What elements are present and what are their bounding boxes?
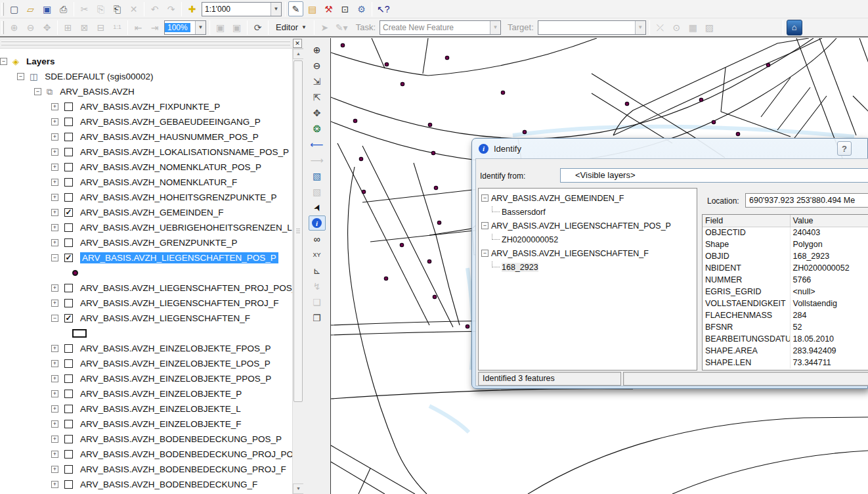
delete-button[interactable]: ✕ bbox=[126, 1, 141, 16]
layer-visibility-checkbox[interactable]: ✓ bbox=[64, 208, 73, 217]
layer-name-label[interactable]: ARV_BASIS.AVZH_GEBAEUDEEINGANG_P bbox=[80, 117, 261, 127]
measure-tool[interactable]: ⊾ bbox=[309, 263, 326, 278]
table-row[interactable]: OBJECTID240403 bbox=[703, 227, 868, 238]
identify-tree-layer[interactable]: −ARV_BASIS.AVZH_LIEGENSCHAFTEN_POS_P bbox=[481, 219, 697, 233]
layer-visibility-checkbox[interactable] bbox=[64, 238, 73, 247]
table-row[interactable]: OBJID168_2923 bbox=[703, 250, 868, 262]
expand-icon[interactable]: + bbox=[51, 420, 58, 428]
expand-icon[interactable]: + bbox=[51, 118, 58, 125]
whats-this-button[interactable]: ↖? bbox=[375, 1, 392, 16]
expand-icon[interactable]: + bbox=[51, 133, 58, 141]
attributes-button[interactable]: ▦ bbox=[685, 20, 701, 35]
collapse-icon[interactable]: − bbox=[51, 315, 58, 322]
expand-icon[interactable]: + bbox=[51, 466, 58, 473]
layer-visibility-checkbox[interactable] bbox=[64, 148, 73, 156]
location-value[interactable]: 690'937.923 253'880.494 Me bbox=[745, 193, 868, 208]
layer-name-label[interactable]: ARV_BASIS.AVZH_NOMENKLATUR_F bbox=[80, 177, 237, 187]
layer-visibility-checkbox[interactable] bbox=[64, 223, 73, 232]
table-row[interactable]: NUMMER5766 bbox=[703, 274, 868, 286]
layer-name-label[interactable]: ARV_BASIS.AVZH_BODENBEDECKUNG_F bbox=[80, 480, 257, 489]
identify-feature-value[interactable]: 168_2923 bbox=[502, 263, 538, 272]
layer-name-label[interactable]: ARV_BASIS.AVZH_NOMENKLATUR_POS_P bbox=[80, 162, 261, 172]
layer-visibility-checkbox[interactable] bbox=[64, 420, 73, 428]
identify-titlebar[interactable]: i Identify bbox=[472, 139, 867, 158]
html-popup-tool[interactable]: ❏ bbox=[309, 294, 326, 309]
split-tool-button[interactable]: ⤫ bbox=[653, 20, 668, 35]
collapse-icon[interactable]: − bbox=[34, 88, 41, 95]
expand-icon[interactable]: + bbox=[51, 239, 58, 246]
layer-name-label[interactable]: SDE.DEFAULT (sgis00002) bbox=[45, 72, 153, 81]
layer-name-label[interactable]: ARV_BASIS.AVZH_LIEGENSCHAFTEN_PROJ_POS_P bbox=[80, 283, 292, 293]
layer-name-label[interactable]: ARV_BASIS.AVZH_FIXPUNKTE_P bbox=[80, 102, 220, 112]
collapse-icon[interactable]: − bbox=[481, 250, 488, 257]
layout-zoom-combo[interactable]: 100%▼ bbox=[164, 20, 206, 35]
layer-name-label[interactable]: ARV_BASIS.AVZH_LIEGENSCHAFTEN_PROJ_F bbox=[80, 298, 279, 308]
point-symbol-swatch[interactable] bbox=[72, 270, 78, 276]
expand-icon[interactable]: + bbox=[51, 436, 58, 443]
table-row[interactable]: SHAPE.LEN73.344711 bbox=[703, 357, 868, 369]
layer-name-label[interactable]: ARV_BASIS.AVZH_BODENBEDECKUNG_PROJ_F bbox=[80, 464, 286, 474]
chevron-down-icon[interactable]: ▼ bbox=[635, 21, 645, 34]
collapse-icon[interactable]: − bbox=[0, 58, 7, 65]
identify-feature-value[interactable]: ZH0200000052 bbox=[502, 235, 558, 244]
paste-button[interactable]: ⎗ bbox=[110, 1, 125, 16]
layer-name-label[interactable]: ARV_BASIS.AVZH_EINZELOBJEKTE_P bbox=[80, 389, 242, 399]
go-back-extent-page-button[interactable]: ⇤ bbox=[131, 20, 146, 35]
save-button[interactable]: ▣ bbox=[39, 1, 54, 16]
chevron-down-icon[interactable]: ▼ bbox=[490, 21, 500, 34]
new-map-button[interactable]: ▢ bbox=[7, 1, 22, 16]
toc-header[interactable]: ✕ bbox=[0, 38, 303, 49]
layer-visibility-checkbox[interactable] bbox=[64, 480, 73, 489]
go-back-extent-tool[interactable]: ⟵ bbox=[309, 137, 326, 152]
clear-selection-tool[interactable]: ▧ bbox=[309, 184, 326, 199]
custom-home-tool-button[interactable]: ⌂ bbox=[787, 20, 802, 35]
help-button[interactable]: ? bbox=[837, 141, 852, 156]
layer-visibility-checkbox[interactable] bbox=[64, 465, 73, 474]
zoom-100-button[interactable]: 1:1 bbox=[110, 20, 125, 35]
expand-icon[interactable]: + bbox=[51, 103, 58, 110]
sketch-tool-dropdown[interactable]: ✎▾ bbox=[334, 20, 350, 35]
expand-icon[interactable]: + bbox=[51, 164, 58, 171]
layer-visibility-checkbox[interactable] bbox=[64, 163, 73, 171]
identify-from-combo[interactable]: <Visible layers> bbox=[560, 168, 868, 183]
collapse-icon[interactable]: − bbox=[51, 254, 58, 261]
expand-icon[interactable]: + bbox=[51, 451, 58, 458]
go-forward-extent-page-button[interactable]: ⇥ bbox=[147, 20, 162, 35]
close-icon[interactable]: ✕ bbox=[293, 39, 302, 48]
table-row[interactable]: NBIDENTZH0200000052 bbox=[703, 262, 868, 274]
arctoolbox-button[interactable]: ⚒ bbox=[321, 1, 336, 16]
table-row[interactable]: ShapePolygon bbox=[703, 238, 868, 250]
expand-icon[interactable]: + bbox=[51, 209, 58, 216]
identify-tree-layer[interactable]: −ARV_BASIS.AVZH_GEMEINDEN_F bbox=[481, 191, 697, 205]
layer-visibility-checkbox[interactable] bbox=[64, 118, 73, 126]
layer-visibility-checkbox[interactable]: ✓ bbox=[64, 254, 73, 262]
layout-zoom-in-button[interactable]: ⊕ bbox=[7, 20, 22, 35]
value-column-header[interactable]: Value bbox=[790, 215, 868, 227]
layer-name-label[interactable]: ARV_BASIS.AVZH_BODENBEDECKUNG_POS_P bbox=[80, 434, 282, 444]
layer-visibility-checkbox[interactable] bbox=[64, 193, 73, 202]
identify-feature-value[interactable]: Bassersdorf bbox=[502, 208, 546, 217]
zoom-in-tool[interactable]: ⊕ bbox=[309, 42, 326, 57]
scrollbar-thumb[interactable] bbox=[293, 60, 303, 402]
table-row[interactable]: SHAPE.AREA283.942409 bbox=[703, 345, 868, 357]
editor-menu[interactable]: Editor▼ bbox=[271, 20, 312, 35]
table-row[interactable]: FLAECHENMASS284 bbox=[703, 309, 868, 321]
rotate-tool-button[interactable]: ⊙ bbox=[669, 20, 684, 35]
hyperlink-tool[interactable]: ↯ bbox=[309, 279, 326, 294]
layer-name-label[interactable]: ARV_BASIS.AVZH_LIEGENSCHAFTEN_F bbox=[80, 313, 250, 323]
layer-visibility-checkbox[interactable] bbox=[64, 405, 73, 413]
layer-name-label[interactable]: ARV_BASIS.AVZH_GRENZPUNKTE_P bbox=[80, 238, 238, 248]
layer-name-label[interactable]: ARV_BASIS.AVZH_HOHEITSGRENZPUNKTE_P bbox=[80, 192, 277, 202]
collapse-icon[interactable]: − bbox=[17, 73, 24, 80]
expand-icon[interactable]: + bbox=[51, 360, 58, 367]
layer-visibility-checkbox[interactable] bbox=[64, 435, 73, 443]
full-extent-tool[interactable]: ❂ bbox=[309, 121, 326, 136]
zoom-whole-page-button[interactable]: ⊞ bbox=[60, 20, 76, 35]
undo-button[interactable]: ↶ bbox=[147, 1, 162, 16]
scroll-down-icon[interactable]: ▼ bbox=[293, 483, 304, 494]
attribute-table[interactable]: Field Value OBJECTID240403ShapePolygonOB… bbox=[702, 214, 868, 370]
editor-toolbar-toggle[interactable]: ✎ bbox=[288, 1, 303, 16]
expand-icon[interactable]: + bbox=[51, 284, 58, 292]
layer-name-label[interactable]: ARV_BASIS.AVZH_LIEGENSCHAFTEN_POS_P bbox=[80, 252, 278, 263]
open-map-button[interactable]: ▱ bbox=[23, 1, 38, 16]
